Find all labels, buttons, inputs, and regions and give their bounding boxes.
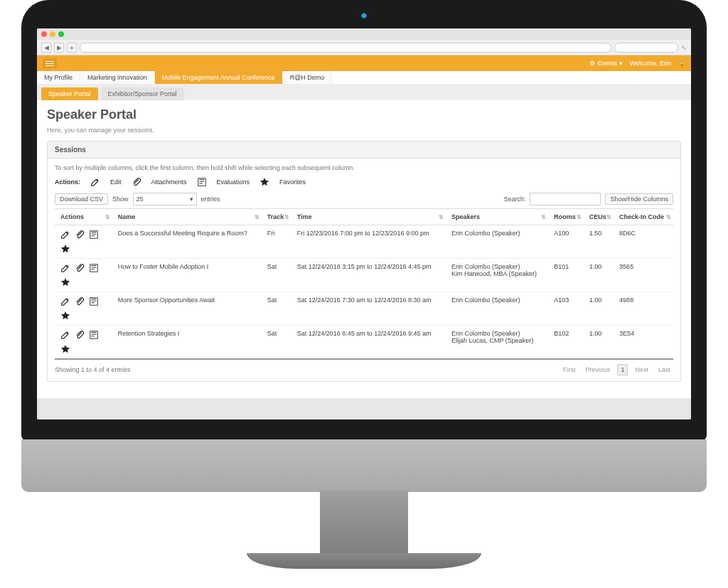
row-evaluations-icon[interactable]	[89, 330, 99, 340]
table-row: More Sponsor Opportunities AwaitSatSat 1…	[55, 292, 673, 326]
pager-current[interactable]: 1	[617, 364, 628, 375]
cell-ceus: 1.00	[584, 292, 614, 326]
col-time[interactable]: Time⇅	[291, 209, 446, 225]
cell-name: More Sponsor Opportunities Await	[112, 292, 262, 326]
screen: ◀ ▶ + ⤡ Events Welcome, Erin My ProfileM…	[37, 28, 691, 419]
col-speakers[interactable]: Speakers⇅	[446, 209, 548, 225]
top-tab-3[interactable]: R@H Demo	[283, 71, 333, 84]
top-tabs: My ProfileMarketing InnovationMobile Eng…	[37, 71, 691, 85]
row-evaluations-icon[interactable]	[89, 263, 99, 273]
monitor-frame: ◀ ▶ + ⤡ Events Welcome, Erin My ProfileM…	[0, 0, 728, 588]
col-track[interactable]: Track⇅	[262, 209, 291, 225]
legend-attachments: Attachments	[151, 178, 187, 186]
row-edit-icon[interactable]	[60, 230, 70, 240]
col-actions[interactable]: Actions⇅	[55, 209, 112, 225]
browser-search[interactable]	[614, 43, 678, 53]
page-title: Speaker Portal	[47, 107, 681, 122]
page-footer	[37, 398, 691, 419]
evaluations-icon	[197, 177, 207, 187]
col-name[interactable]: Name⇅	[112, 209, 262, 225]
expand-icon[interactable]: ⤡	[681, 44, 687, 51]
col-ceus[interactable]: CEUs⇅	[584, 209, 614, 225]
cell-speakers: Erin Colombo (Speaker)	[446, 225, 548, 259]
forward-button[interactable]: ▶	[54, 43, 64, 53]
address-bar[interactable]	[80, 43, 611, 53]
new-tab-button[interactable]: +	[67, 43, 77, 53]
bezel: ◀ ▶ + ⤡ Events Welcome, Erin My ProfileM…	[21, 0, 707, 441]
cell-ceus: 1.00	[584, 259, 614, 292]
row-evaluations-icon[interactable]	[89, 230, 99, 240]
row-favorite-icon[interactable]	[60, 311, 70, 321]
cell-track: Sat	[262, 326, 291, 360]
cell-code: 8D6C	[614, 225, 673, 259]
row-evaluations-icon[interactable]	[89, 296, 99, 306]
col-check-in-code[interactable]: Check-In Code⇅	[614, 209, 673, 225]
cell-name: Retention Strategies I	[112, 326, 262, 360]
sort-hint: To sort by multiple columns, click the f…	[55, 164, 673, 171]
cell-time: Sat 12/24/2016 8:45 am to 12/24/2016 9:4…	[291, 326, 446, 360]
attachment-icon	[132, 177, 141, 187]
welcome-label: Welcome, Erin	[630, 60, 671, 67]
window-close-button[interactable]	[41, 31, 47, 37]
cell-time: Sat 12/24/2016 3:15 pm to 12/24/2016 4:4…	[291, 259, 446, 292]
pager-next[interactable]: Next	[632, 365, 651, 375]
window-minimize-button[interactable]	[50, 31, 55, 37]
table-row: How to Foster Mobile Adoption ISatSat 12…	[55, 259, 673, 292]
top-tab-2[interactable]: Mobile Engagement Annual Conference	[155, 71, 283, 84]
favorites-icon	[259, 177, 269, 187]
row-edit-icon[interactable]	[60, 296, 70, 306]
cell-speakers: Erin Colombo (Speaker) Kim Harwood, MBA …	[446, 259, 548, 292]
cell-code: 4988	[614, 292, 673, 326]
page-subtitle: Here, you can manage your sessions.	[47, 127, 681, 134]
cell-ceus: 1.00	[584, 326, 614, 360]
cell-name: How to Foster Mobile Adoption I	[112, 259, 262, 292]
row-favorite-icon[interactable]	[60, 277, 70, 287]
row-favorite-icon[interactable]	[60, 244, 70, 254]
cell-speakers: Erin Colombo (Speaker)	[446, 292, 548, 326]
back-button[interactable]: ◀	[41, 43, 51, 53]
table-controls: Download CSV Show 25▾ entries Search: Sh…	[55, 193, 673, 205]
row-attachment-icon[interactable]	[75, 296, 85, 306]
col-rooms[interactable]: Rooms⇅	[548, 209, 583, 225]
row-attachment-icon[interactable]	[75, 330, 85, 340]
sub-tab-0[interactable]: Speaker Portal	[41, 87, 98, 100]
panel-title: Sessions	[48, 141, 680, 159]
row-attachment-icon[interactable]	[75, 263, 85, 273]
page-size-select[interactable]: 25▾	[133, 193, 197, 205]
cell-code: 3565	[614, 259, 673, 292]
table-row: Retention Strategies ISatSat 12/24/2016 …	[55, 326, 673, 360]
row-attachment-icon[interactable]	[75, 230, 85, 240]
pager-last[interactable]: Last	[655, 365, 673, 375]
row-edit-icon[interactable]	[60, 330, 70, 340]
sub-tabs: Speaker PortalExhibitor/Sponsor Portal	[37, 85, 691, 100]
cell-rooms: B101	[548, 259, 583, 292]
top-tab-1[interactable]: Marketing Innovation	[80, 71, 155, 84]
table-search-input[interactable]	[530, 193, 601, 205]
menu-icon[interactable]	[43, 58, 57, 68]
legend-label: Actions:	[55, 178, 80, 186]
entries-label: entries	[201, 196, 220, 203]
browser-toolbar: ◀ ▶ + ⤡	[37, 40, 691, 55]
sub-tab-1[interactable]: Exhibitor/Sponsor Portal	[101, 87, 184, 100]
show-hide-columns-button[interactable]: Show/Hide Columns	[605, 193, 673, 205]
events-dropdown[interactable]: Events	[589, 60, 623, 67]
legend-edit: Edit	[110, 178, 122, 186]
window-zoom-button[interactable]	[58, 31, 64, 37]
cell-track: Sat	[262, 292, 291, 326]
pager-prev[interactable]: Previous	[582, 365, 613, 375]
legend-evaluations: Evaluations	[217, 178, 250, 186]
page-body: Speaker Portal Here, you can manage your…	[37, 100, 691, 398]
pager-first[interactable]: First	[560, 365, 579, 375]
table-info: Showing 1 to 4 of 4 entries	[55, 366, 131, 373]
row-favorite-icon[interactable]	[60, 344, 70, 354]
lock-icon[interactable]	[678, 60, 685, 67]
download-csv-button[interactable]: Download CSV	[55, 193, 108, 205]
cell-track: Fri	[262, 225, 291, 259]
pager: First Previous 1 Next Last	[560, 364, 673, 375]
cell-speakers: Erin Colombo (Speaker) Elijah Lucas, CMP…	[446, 326, 548, 360]
top-tab-0[interactable]: My Profile	[37, 71, 80, 84]
monitor-stand-neck	[320, 491, 408, 560]
monitor-chin	[21, 439, 707, 492]
row-edit-icon[interactable]	[60, 263, 70, 273]
cell-time: Sat 12/24/2016 7:30 am to 12/24/2016 8:3…	[291, 292, 446, 326]
